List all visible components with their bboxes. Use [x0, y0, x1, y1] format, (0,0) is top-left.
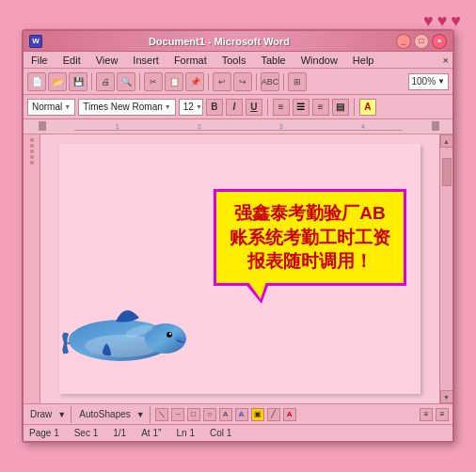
draw-label[interactable]: Draw	[27, 408, 55, 420]
draw-more1[interactable]: ≡	[420, 408, 433, 421]
minimize-button[interactable]: _	[396, 34, 411, 49]
page-area: 强鑫泰考勤验厂AB账系统考勤工时工资报表随时调用！	[40, 134, 439, 403]
draw-textbox-tool[interactable]: A	[219, 408, 232, 421]
speech-bubble-wrapper: 强鑫泰考勤验厂AB账系统考勤工时工资报表随时调用！	[214, 189, 406, 286]
btn-spell[interactable]: ABC	[261, 72, 279, 91]
ruler-numbers: 1 2 3 4	[52, 123, 424, 131]
btn-copy[interactable]: 📋	[165, 72, 183, 91]
draw-arrow-tool[interactable]: →	[171, 408, 184, 421]
scroll-thumb[interactable]	[442, 158, 452, 186]
menu-tools[interactable]: Tools	[218, 54, 250, 67]
draw-wordart-tool[interactable]: A	[235, 408, 248, 421]
sep5	[283, 73, 284, 90]
document-page[interactable]: 强鑫泰考勤验厂AB账系统考勤工时工资报表随时调用！	[59, 144, 420, 394]
left-margin	[24, 134, 40, 403]
btn-save[interactable]: 💾	[69, 72, 87, 91]
sep2	[139, 73, 140, 90]
zoom-selector[interactable]: 100% ▼	[408, 73, 450, 90]
btn-undo[interactable]: ↩	[213, 72, 231, 91]
size-arrow: ▼	[196, 103, 202, 110]
align-center[interactable]: ☰	[293, 99, 309, 116]
status-at: At 1"	[141, 428, 161, 438]
align-left[interactable]: ≡	[273, 99, 290, 116]
draw-font-color-tool[interactable]: A	[283, 408, 296, 421]
draw-line-tool[interactable]: ＼	[155, 408, 168, 421]
menu-bar: File Edit View Insert Format Tools Table…	[24, 52, 452, 69]
status-page: Page 1	[29, 428, 59, 438]
dolphin-svg	[55, 291, 186, 376]
btn-open[interactable]: 📂	[48, 72, 67, 91]
btn-preview[interactable]: 🔍	[117, 72, 135, 91]
heart-3: ♥	[451, 11, 461, 31]
style-arrow: ▼	[64, 103, 71, 110]
btn-redo[interactable]: ↪	[233, 72, 252, 91]
word-window: W Document1 - Microsoft Word _ □ × File …	[22, 29, 454, 443]
toolbar: 📄 📂 💾 🖨 🔍 ✂ 📋 📌 ↩ ↪ ABC ⊞ 100% ▼	[24, 69, 452, 95]
menu-close-btn[interactable]: ×	[443, 55, 449, 66]
sep-format1	[267, 99, 268, 116]
speech-bubble: 强鑫泰考勤验厂AB账系统考勤工时工资报表随时调用！	[214, 189, 406, 286]
margin-dot-3	[30, 149, 34, 153]
format-bar: Normal ▼ Times New Roman ▼ 12 ▼ B I U ≡ …	[24, 95, 452, 119]
draw-rect-tool[interactable]: □	[187, 408, 200, 421]
draw-sep2	[150, 406, 151, 423]
font-dropdown[interactable]: Times New Roman ▼	[78, 99, 176, 116]
align-right[interactable]: ≡	[312, 99, 329, 116]
draw-fill-tool[interactable]: ▣	[251, 408, 264, 421]
style-dropdown[interactable]: Normal ▼	[27, 99, 75, 116]
draw-toolbar: Draw ▼ AutoShapes ▼ ＼ → □ ○ A A ▣ ╱ A ≡ …	[24, 403, 452, 424]
scroll-track	[441, 149, 452, 389]
window-title: Document1 - Microsoft Word	[42, 36, 396, 47]
svg-point-3	[167, 332, 172, 338]
ruler-right-marker	[432, 121, 439, 131]
font-arrow: ▼	[165, 103, 171, 110]
btn-cut[interactable]: ✂	[144, 72, 163, 91]
btn-new[interactable]: 📄	[27, 72, 46, 91]
maximize-button[interactable]: □	[414, 34, 429, 49]
italic-button[interactable]: I	[226, 99, 243, 116]
scroll-up[interactable]: ▲	[440, 134, 453, 148]
close-button[interactable]: ×	[432, 34, 447, 49]
title-bar: W Document1 - Microsoft Word _ □ ×	[24, 31, 452, 52]
status-position: 1/1	[113, 428, 126, 438]
size-value: 12	[183, 102, 194, 112]
margin-dot-4	[30, 155, 34, 159]
draw-line-color-tool[interactable]: ╱	[267, 408, 280, 421]
align-justify[interactable]: ▤	[332, 99, 349, 116]
sep4	[256, 73, 257, 90]
heart-2: ♥	[437, 11, 448, 31]
bold-button[interactable]: B	[206, 99, 223, 116]
window-controls: _ □ ×	[396, 34, 447, 49]
sep-format2	[354, 99, 355, 116]
btn-print[interactable]: 🖨	[96, 72, 115, 91]
menu-table[interactable]: Table	[257, 54, 289, 67]
zoom-value: 100%	[412, 76, 436, 87]
menu-view[interactable]: View	[92, 54, 122, 67]
menu-window[interactable]: Window	[297, 54, 341, 67]
draw-more2[interactable]: ≡	[436, 408, 449, 421]
size-dropdown[interactable]: 12 ▼	[179, 99, 203, 116]
scroll-down[interactable]: ▼	[440, 390, 453, 403]
font-value: Times New Roman	[83, 102, 163, 112]
highlight-btn[interactable]: A	[359, 99, 376, 116]
scrollbar-vertical[interactable]: ▲ ▼	[439, 134, 452, 403]
btn-table[interactable]: ⊞	[288, 72, 307, 91]
btn-paste[interactable]: 📌	[185, 72, 204, 91]
ruler: 1 2 3 4	[24, 119, 452, 134]
heart-1: ♥	[423, 11, 434, 31]
menu-help[interactable]: Help	[349, 54, 378, 67]
doc-area: 强鑫泰考勤验厂AB账系统考勤工时工资报表随时调用！	[24, 134, 452, 403]
underline-button[interactable]: U	[246, 99, 262, 116]
autoshapes-label[interactable]: AutoShapes	[76, 408, 134, 420]
ruler-left-marker	[39, 121, 46, 131]
menu-format[interactable]: Format	[170, 54, 211, 67]
app-icon: W	[29, 35, 42, 48]
status-sec: Sec 1	[74, 428, 99, 438]
style-value: Normal	[32, 102, 62, 112]
menu-file[interactable]: File	[27, 54, 52, 67]
margin-dot-1	[30, 138, 34, 142]
sep1	[91, 73, 92, 90]
menu-edit[interactable]: Edit	[59, 54, 85, 67]
draw-circle-tool[interactable]: ○	[203, 408, 216, 421]
menu-insert[interactable]: Insert	[129, 54, 163, 67]
